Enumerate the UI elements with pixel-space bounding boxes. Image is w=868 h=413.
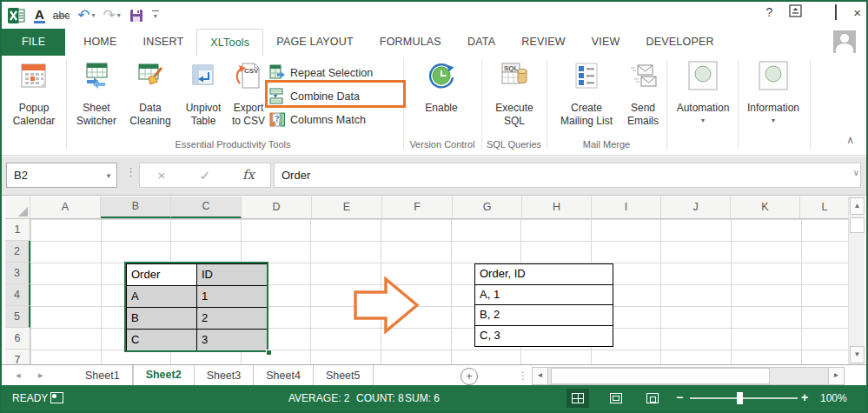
cell-b2[interactable]: Order bbox=[127, 264, 197, 286]
insert-function-button[interactable]: fx bbox=[227, 163, 270, 187]
enable-version-control-button[interactable]: Enable bbox=[414, 61, 468, 137]
fill-handle[interactable] bbox=[266, 350, 272, 356]
scroll-down-button[interactable]: ▼ bbox=[850, 346, 865, 363]
tab-view[interactable]: VIEW bbox=[579, 29, 633, 56]
name-box-dropdown-icon[interactable]: ▾ bbox=[101, 171, 116, 180]
undo-button[interactable]: ↶▾ bbox=[77, 8, 95, 23]
save-button[interactable] bbox=[129, 8, 144, 23]
tab-data[interactable]: DATA bbox=[454, 29, 508, 56]
maximize-button[interactable] bbox=[835, 5, 837, 19]
row-header-2[interactable]: 2 bbox=[5, 241, 30, 263]
formula-bar-input[interactable]: Order bbox=[274, 163, 861, 188]
row-header-4[interactable]: 4 bbox=[5, 284, 30, 306]
expand-formula-bar-icon[interactable]: ∨ bbox=[853, 168, 859, 177]
row-header-1[interactable]: 1 bbox=[5, 219, 30, 241]
tab-home[interactable]: HOME bbox=[70, 29, 129, 56]
user-avatar[interactable] bbox=[833, 30, 856, 53]
cell-b3[interactable]: A bbox=[127, 286, 197, 308]
column-header-b[interactable]: B bbox=[101, 197, 171, 218]
row-header-3[interactable]: 3 bbox=[5, 263, 30, 284]
send-emails-button[interactable]: SendEmails bbox=[616, 61, 670, 137]
popup-calendar-button[interactable]: PopupCalendar bbox=[6, 61, 62, 137]
cell-c4[interactable]: 2 bbox=[197, 308, 268, 330]
cell-b5[interactable]: C bbox=[127, 330, 197, 351]
vertical-scrollbar-thumb[interactable] bbox=[850, 217, 865, 233]
ribbon-display-options-button[interactable] bbox=[789, 4, 802, 20]
column-header-j[interactable]: J bbox=[661, 197, 731, 218]
help-button[interactable]: ? bbox=[765, 5, 772, 19]
page-layout-view-button[interactable] bbox=[605, 389, 627, 408]
cell-c5[interactable]: 3 bbox=[197, 330, 268, 351]
worksheet-grid[interactable]: A B C D E F G H I J K L 1 2 3 4 5 6 7 Or… bbox=[5, 197, 849, 364]
sheet-switcher-button[interactable]: SheetSwitcher bbox=[70, 61, 123, 137]
tab-file[interactable]: FILE bbox=[2, 29, 65, 56]
strikethrough-button[interactable]: abc bbox=[53, 10, 70, 22]
columns-match-button[interactable]: ? Columns Match bbox=[269, 108, 407, 131]
tab-developer[interactable]: DEVELOPER bbox=[633, 29, 726, 56]
column-header-e[interactable]: E bbox=[312, 197, 382, 218]
zoom-level[interactable]: 100% bbox=[820, 392, 847, 404]
customize-qat-button[interactable]: ▾ bbox=[152, 10, 159, 20]
cell-g2[interactable]: Order, ID bbox=[474, 263, 613, 285]
unpivot-table-button[interactable]: UnpivotTable bbox=[177, 61, 229, 137]
macro-record-button[interactable] bbox=[50, 392, 63, 403]
scroll-up-button[interactable]: ▲ bbox=[850, 197, 865, 215]
page-break-view-button[interactable] bbox=[641, 389, 664, 408]
column-header-h[interactable]: H bbox=[522, 197, 592, 218]
cell-b4[interactable]: B bbox=[127, 308, 197, 330]
redo-button[interactable]: ↷▾ bbox=[103, 8, 120, 23]
select-all-button[interactable] bbox=[5, 197, 30, 218]
automation-button[interactable]: Automation ▾ bbox=[671, 61, 735, 137]
row-header-5[interactable]: 5 bbox=[5, 306, 30, 328]
tab-review[interactable]: REVIEW bbox=[508, 29, 579, 56]
column-header-f[interactable]: F bbox=[382, 197, 453, 218]
name-box[interactable]: B2 ▾ bbox=[6, 163, 117, 188]
collapse-ribbon-button[interactable]: ∧ bbox=[846, 134, 854, 146]
zoom-slider-thumb[interactable] bbox=[737, 392, 743, 404]
create-mailing-list-button[interactable]: CreateMailing List bbox=[552, 61, 621, 137]
new-sheet-button[interactable]: + bbox=[461, 368, 478, 385]
cell-c2[interactable]: ID bbox=[197, 264, 268, 286]
cell-g5[interactable]: C, 3 bbox=[474, 325, 613, 347]
scroll-left-button[interactable]: ◄ bbox=[533, 368, 548, 384]
tab-insert[interactable]: INSERT bbox=[130, 29, 197, 56]
cancel-button[interactable]: × bbox=[140, 163, 183, 187]
row-header-7[interactable]: 7 bbox=[5, 350, 30, 364]
column-header-a[interactable]: A bbox=[30, 197, 101, 218]
sheet-nav-left-icon[interactable]: ◂ bbox=[16, 370, 21, 381]
horizontal-scrollbar-thumb[interactable] bbox=[551, 368, 770, 384]
tab-formulas[interactable]: FORMULAS bbox=[367, 29, 454, 56]
column-header-c[interactable]: C bbox=[171, 197, 242, 218]
scroll-right-button[interactable]: ► bbox=[828, 368, 844, 384]
column-header-k[interactable]: K bbox=[731, 197, 800, 218]
cell-g3[interactable]: A, 1 bbox=[474, 284, 613, 306]
cells-area[interactable]: Order ID A 1 B 2 C 3 Order, ID A, 1 B, 2… bbox=[30, 219, 849, 364]
undo-dropdown-icon[interactable]: ▾ bbox=[91, 11, 95, 19]
redo-dropdown-icon[interactable]: ▾ bbox=[117, 11, 121, 19]
row-header-6[interactable]: 6 bbox=[5, 328, 30, 350]
excel-logo-icon[interactable] bbox=[7, 6, 26, 25]
formula-buttons: × ✓ fx bbox=[139, 163, 271, 188]
horizontal-scrollbar[interactable]: ◄ ► bbox=[532, 367, 845, 385]
vertical-scrollbar[interactable]: ▲ ▼ bbox=[848, 197, 865, 364]
column-header-g[interactable]: G bbox=[453, 197, 522, 218]
zoom-out-button[interactable]: − bbox=[676, 390, 683, 404]
column-header-i[interactable]: I bbox=[592, 197, 661, 218]
normal-view-button[interactable] bbox=[567, 389, 589, 408]
close-button[interactable]: × bbox=[853, 5, 861, 20]
font-color-button[interactable]: A bbox=[34, 8, 45, 23]
zoom-slider-track[interactable] bbox=[690, 397, 798, 399]
cell-g4[interactable]: B, 2 bbox=[474, 304, 613, 326]
execute-sql-button[interactable]: SQL ExecuteSQL bbox=[487, 61, 541, 137]
information-button[interactable]: Information ▾ bbox=[741, 61, 805, 137]
tab-xltools[interactable]: XLTools bbox=[196, 29, 263, 56]
column-header-d[interactable]: D bbox=[242, 197, 312, 218]
data-cleaning-button[interactable]: DataCleaning bbox=[123, 61, 177, 137]
cell-c3[interactable]: 1 bbox=[197, 286, 268, 308]
enter-button[interactable]: ✓ bbox=[183, 163, 227, 187]
zoom-in-button[interactable]: + bbox=[801, 390, 808, 404]
tab-page-layout[interactable]: PAGE LAYOUT bbox=[263, 29, 367, 56]
arrow-shape[interactable] bbox=[353, 276, 421, 334]
column-header-l[interactable]: L bbox=[800, 197, 849, 218]
sheet-nav-right-icon[interactable]: ▸ bbox=[38, 370, 43, 381]
